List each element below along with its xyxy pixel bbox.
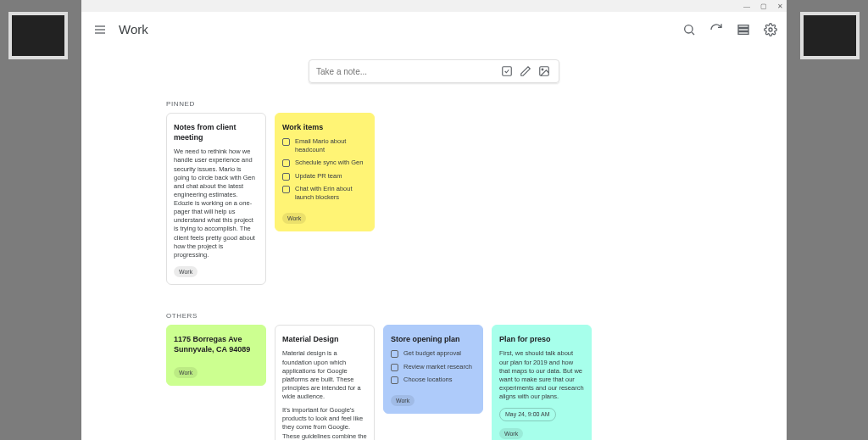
note-title: Notes from client meeting — [174, 122, 259, 142]
list-view-icon — [737, 23, 750, 36]
refresh-button[interactable] — [709, 22, 724, 37]
window-titlebar: — ▢ ✕ — [81, 0, 787, 12]
new-list-button[interactable] — [499, 65, 515, 77]
hamburger-icon — [93, 23, 107, 36]
checkbox-icon[interactable] — [391, 364, 398, 371]
checklist-item[interactable]: Review market research — [391, 363, 476, 371]
checklist-item[interactable]: Chat with Erin about launch blockers — [282, 185, 367, 202]
note-title: Plan for preso — [499, 334, 584, 344]
desktop-wallpaper-left — [0, 0, 85, 440]
desktop-wallpaper-right — [783, 0, 868, 440]
new-drawing-button[interactable] — [518, 65, 533, 77]
checklist-item[interactable]: Update PR team — [282, 172, 367, 181]
checklist-item[interactable]: Email Mario about headcount — [282, 137, 367, 154]
svg-rect-7 — [738, 31, 748, 34]
section-label-pinned: PINNED — [166, 100, 702, 108]
note-card[interactable]: Material Design Material design is a fou… — [275, 325, 375, 440]
note-title: Store opening plan — [391, 334, 476, 344]
note-checklist: Get budget approval Review market resear… — [391, 349, 476, 383]
pinned-grid: Notes from client meeting We need to ret… — [166, 113, 702, 285]
app-window: Work Take a note... — [81, 12, 787, 440]
app-header: Work — [81, 12, 787, 47]
checkbox-icon[interactable] — [282, 173, 290, 181]
label-chip-work[interactable]: Work — [174, 367, 198, 378]
view-toggle-button[interactable] — [736, 22, 751, 37]
note-card[interactable]: Work items Email Mario about headcount S… — [275, 113, 375, 231]
search-button[interactable] — [682, 22, 697, 37]
window-minimize-button[interactable]: — — [743, 3, 750, 10]
label-chip-work[interactable]: Work — [174, 266, 198, 277]
reminder-chip[interactable]: May 24, 9:00 AM — [499, 408, 556, 421]
refresh-icon — [709, 23, 723, 36]
note-body: First, we should talk about our plan for… — [499, 349, 584, 401]
note-checklist: Email Mario about headcount Schedule syn… — [282, 137, 367, 202]
svg-rect-9 — [503, 67, 512, 76]
svg-point-8 — [769, 28, 772, 31]
note-title: 1175 Borregas Ave Sunnyvale, CA 94089 — [174, 334, 259, 354]
brush-icon — [520, 65, 531, 77]
checklist-item[interactable]: Schedule sync with Gen — [282, 159, 367, 167]
svg-rect-5 — [738, 25, 748, 27]
image-icon — [538, 65, 550, 77]
new-image-note-button[interactable] — [537, 65, 552, 77]
checklist-item[interactable]: Choose locations — [391, 376, 476, 384]
checkbox-icon[interactable] — [391, 376, 398, 384]
main-menu-button[interactable] — [90, 19, 110, 40]
note-title: Material Design — [282, 334, 367, 344]
svg-line-4 — [692, 32, 694, 35]
note-card[interactable]: Store opening plan Get budget approval R… — [383, 325, 483, 414]
checkbox-icon[interactable] — [282, 138, 290, 146]
section-label-others: OTHERS — [166, 312, 702, 320]
search-icon — [682, 23, 696, 36]
checkbox-icon[interactable] — [282, 186, 290, 193]
label-chip-work[interactable]: Work — [282, 213, 306, 224]
window-maximize-button[interactable]: ▢ — [760, 3, 767, 10]
app-title: Work — [119, 22, 148, 36]
window-close-button[interactable]: ✕ — [777, 3, 783, 10]
note-card[interactable]: Notes from client meeting We need to ret… — [166, 113, 266, 285]
svg-point-11 — [542, 69, 543, 70]
note-body: We need to rethink how we handle user ex… — [174, 148, 259, 259]
label-chip-work[interactable]: Work — [391, 395, 415, 406]
others-grid: 1175 Borregas Ave Sunnyvale, CA 94089 Wo… — [166, 325, 702, 440]
checkbox-icon[interactable] — [391, 350, 398, 358]
checklist-item[interactable]: Get budget approval — [391, 349, 476, 358]
checkbox-icon — [501, 65, 513, 77]
take-a-note-placeholder: Take a note... — [316, 67, 496, 76]
note-title: Work items — [282, 122, 367, 132]
note-card[interactable]: 1175 Borregas Ave Sunnyvale, CA 94089 Wo… — [166, 325, 266, 386]
note-body: Material design is a foundation upon whi… — [282, 349, 367, 440]
header-actions — [682, 22, 778, 37]
settings-button[interactable] — [763, 22, 778, 37]
svg-rect-6 — [738, 28, 748, 31]
checkbox-icon[interactable] — [282, 159, 290, 167]
take-a-note-input[interactable]: Take a note... — [309, 59, 559, 83]
svg-point-3 — [685, 25, 693, 32]
gear-icon — [764, 23, 777, 36]
note-card[interactable]: Plan for preso First, we should talk abo… — [492, 325, 592, 440]
label-chip-work[interactable]: Work — [499, 428, 523, 439]
